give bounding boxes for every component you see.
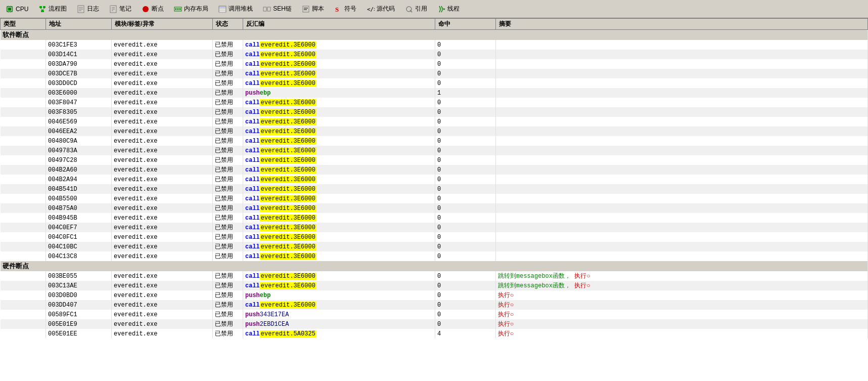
table-row[interactable]: 004B2A94everedit.exe已禁用call everedit.3E6… bbox=[1, 175, 868, 184]
table-row[interactable]: 005E01E9everedit.exe已禁用push 2EBD1CEA0执行○ bbox=[1, 319, 868, 329]
table-row[interactable]: 003DD0CDeveredit.exe已禁用call everedit.3E6… bbox=[1, 78, 868, 88]
module-cell: everedit.exe bbox=[112, 165, 213, 175]
status-cell: 已禁用 bbox=[213, 213, 243, 223]
table-row[interactable]: 00497C28everedit.exe已禁用call everedit.3E6… bbox=[1, 155, 868, 165]
toolbar-btn-notes[interactable]: 笔记 bbox=[105, 2, 136, 16]
module-cell: everedit.exe bbox=[112, 251, 213, 261]
toolbar-label-ref: 引用 bbox=[415, 5, 427, 13]
disasm-cell: call everedit.3E6000 bbox=[243, 251, 435, 261]
summary-cell bbox=[496, 107, 868, 117]
table-row[interactable]: 00480C9Aeveredit.exe已禁用call everedit.3E6… bbox=[1, 136, 868, 146]
disasm-cell: call everedit.3E6000 bbox=[243, 165, 435, 175]
status-cell: 已禁用 bbox=[213, 88, 243, 98]
status-cell: 已禁用 bbox=[213, 251, 243, 261]
table-row[interactable]: 004B541Deveredit.exe已禁用call everedit.3E6… bbox=[1, 184, 868, 194]
table-row[interactable]: 003E6000everedit.exe已禁用push ebp1 bbox=[1, 88, 868, 98]
table-row[interactable]: 004C0EF7everedit.exe已禁用call everedit.3E6… bbox=[1, 223, 868, 232]
toolbar-btn-breakpoint[interactable]: 断点 bbox=[137, 2, 168, 16]
table-row[interactable]: 003D14C1everedit.exe已禁用call everedit.3E6… bbox=[1, 50, 868, 59]
toolbar-btn-source[interactable]: </> 源代码 bbox=[362, 2, 399, 16]
disasm-cell: call everedit.3E6000 bbox=[243, 69, 435, 78]
status-cell: 已禁用 bbox=[213, 203, 243, 213]
module-cell: everedit.exe bbox=[112, 194, 213, 203]
toolbar-label-log: 日志 bbox=[87, 5, 99, 13]
toolbar-btn-thread[interactable]: 线程 bbox=[433, 2, 464, 16]
module-cell: everedit.exe bbox=[112, 232, 213, 242]
table-row[interactable]: 003F8305everedit.exe已禁用call everedit.3E6… bbox=[1, 107, 868, 117]
table-row[interactable]: 004B75A0everedit.exe已禁用call everedit.3E6… bbox=[1, 203, 868, 213]
type-cell bbox=[1, 165, 46, 175]
toolbar-btn-callstack[interactable]: 调用堆栈 bbox=[214, 2, 257, 16]
module-cell: everedit.exe bbox=[112, 310, 213, 319]
hit-cell: 0 bbox=[435, 319, 496, 329]
addr-cell: 003C13AE bbox=[46, 281, 112, 290]
toolbar-label-symbol: 符号 bbox=[344, 5, 356, 13]
table-row[interactable]: 003DD407everedit.exe已禁用call everedit.3E6… bbox=[1, 300, 868, 310]
summary-cell bbox=[496, 126, 868, 136]
table-row[interactable]: 003BE055everedit.exe已禁用call everedit.3E6… bbox=[1, 271, 868, 281]
summary-cell bbox=[496, 78, 868, 88]
table-row[interactable]: 004C13C8everedit.exe已禁用call everedit.3E6… bbox=[1, 251, 868, 261]
table-row[interactable]: 004B5500everedit.exe已禁用call everedit.3E6… bbox=[1, 194, 868, 203]
toolbar-btn-script[interactable]: 脚本 bbox=[297, 2, 329, 16]
table-row[interactable]: 004B945Beveredit.exe已禁用call everedit.3E6… bbox=[1, 213, 868, 223]
table-row[interactable]: 0046E569everedit.exe已禁用call everedit.3E6… bbox=[1, 117, 868, 126]
table-row[interactable]: 0046EEA2everedit.exe已禁用call everedit.3E6… bbox=[1, 126, 868, 136]
table-row[interactable]: 003C1FE3everedit.exe已禁用call everedit.3E6… bbox=[1, 40, 868, 50]
module-cell: everedit.exe bbox=[112, 146, 213, 155]
disasm-cell: call everedit.3E6000 bbox=[243, 146, 435, 155]
table-row[interactable]: 003F8047everedit.exe已禁用call everedit.3E6… bbox=[1, 98, 868, 107]
status-cell: 已禁用 bbox=[213, 184, 243, 194]
col-header-disasm: 反汇编 bbox=[243, 19, 435, 30]
hit-cell: 0 bbox=[435, 203, 496, 213]
table-row[interactable]: 003D0BD0everedit.exe已禁用push ebp0执行○ bbox=[1, 290, 868, 300]
main-table-container[interactable]: 类型 地址 模块/标签/异常 状态 反汇编 命中 摘要 软件断点003C1FE3… bbox=[0, 18, 868, 381]
summary-cell: 执行○ bbox=[496, 329, 868, 338]
hit-cell: 4 bbox=[435, 329, 496, 338]
table-row[interactable]: 00589FC1everedit.exe已禁用push 343E17EA0执行○ bbox=[1, 310, 868, 319]
log-icon bbox=[77, 5, 85, 13]
type-cell bbox=[1, 329, 46, 338]
table-row[interactable]: 004C10BCeveredit.exe已禁用call everedit.3E6… bbox=[1, 242, 868, 251]
status-cell: 已禁用 bbox=[213, 271, 243, 281]
table-row[interactable]: 004C0FC1everedit.exe已禁用call everedit.3E6… bbox=[1, 232, 868, 242]
toolbar-btn-cpu[interactable]: CPU bbox=[1, 2, 33, 16]
toolbar-btn-ref[interactable]: 引用 bbox=[400, 2, 432, 16]
col-header-summary: 摘要 bbox=[496, 19, 868, 30]
table-row[interactable]: 004B2A60everedit.exe已禁用call everedit.3E6… bbox=[1, 165, 868, 175]
toolbar-btn-log[interactable]: 日志 bbox=[72, 2, 104, 16]
status-cell: 已禁用 bbox=[213, 290, 243, 300]
svg-rect-27 bbox=[177, 8, 178, 10]
type-cell bbox=[1, 98, 46, 107]
disasm-cell: call everedit.3E6000 bbox=[243, 126, 435, 136]
toolbar: CPU 流程图 日志 bbox=[0, 0, 868, 18]
type-cell bbox=[1, 117, 46, 126]
svg-text:S: S bbox=[335, 6, 339, 13]
module-cell: everedit.exe bbox=[112, 136, 213, 146]
summary-cell bbox=[496, 165, 868, 175]
disasm-cell: push ebp bbox=[243, 290, 435, 300]
toolbar-btn-flowchart[interactable]: 流程图 bbox=[34, 2, 71, 16]
table-row[interactable]: 005E01EEeveredit.exe已禁用call everedit.5A0… bbox=[1, 329, 868, 338]
status-cell: 已禁用 bbox=[213, 126, 243, 136]
svg-line-42 bbox=[410, 10, 412, 12]
module-cell: everedit.exe bbox=[112, 175, 213, 184]
toolbar-btn-seh[interactable]: SEH链 bbox=[258, 2, 296, 16]
type-cell bbox=[1, 184, 46, 194]
summary-cell bbox=[496, 59, 868, 69]
col-header-hit: 命中 bbox=[435, 19, 496, 30]
toolbar-btn-symbol[interactable]: S 符号 bbox=[330, 2, 361, 16]
table-row[interactable]: 003DA790everedit.exe已禁用call everedit.3E6… bbox=[1, 59, 868, 69]
table-row[interactable]: 0049783Aeveredit.exe已禁用call everedit.3E6… bbox=[1, 146, 868, 155]
table-row[interactable]: 003C13AEeveredit.exe已禁用call everedit.3E6… bbox=[1, 281, 868, 290]
summary-cell bbox=[496, 40, 868, 50]
symbol-icon: S bbox=[334, 5, 342, 13]
addr-cell: 0046EEA2 bbox=[46, 126, 112, 136]
type-cell bbox=[1, 40, 46, 50]
disasm-cell: call everedit.3E6000 bbox=[243, 213, 435, 223]
disasm-cell: call everedit.3E6000 bbox=[243, 242, 435, 251]
status-cell: 已禁用 bbox=[213, 59, 243, 69]
toolbar-btn-memory[interactable]: 内存布局 bbox=[169, 2, 213, 16]
type-cell bbox=[1, 175, 46, 184]
table-row[interactable]: 003DCE7Beveredit.exe已禁用call everedit.3E6… bbox=[1, 69, 868, 78]
